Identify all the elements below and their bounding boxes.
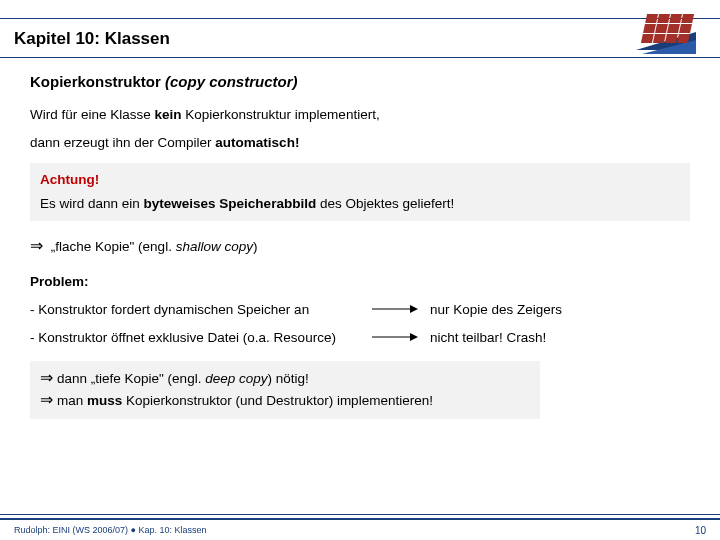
slide-footer: Rudolph: EINI (WS 2006/07) ● Kap. 10: Kl… <box>0 518 720 540</box>
problem-right-1: nicht teilbar! Crash! <box>430 329 690 347</box>
shallow-copy-note: ⇒ „flache Kopie" (engl. shallow copy) <box>30 235 690 257</box>
implies-icon: ⇒ <box>30 237 43 254</box>
implies-icon: ⇒ <box>40 367 53 389</box>
section-title-de: Kopierkonstruktor <box>30 73 161 90</box>
warning-box: Achtung! Es wird dann ein byteweises Spe… <box>30 163 690 221</box>
arrow-icon <box>370 329 430 347</box>
problem-table: - Konstruktor fordert dynamischen Speich… <box>30 301 690 347</box>
problem-right-0: nur Kopie des Zeigers <box>430 301 690 319</box>
svg-marker-3 <box>410 333 418 341</box>
chapter-header: Kapitel 10: Klassen <box>0 18 720 58</box>
warning-text: Es wird dann ein byteweises Speicherabbi… <box>40 195 680 213</box>
problem-left-0: - Konstruktor fordert dynamischen Speich… <box>30 301 370 319</box>
paragraph-2: dann erzeugt ihn der Compiler automatisc… <box>30 134 690 152</box>
svg-marker-1 <box>410 305 418 313</box>
warning-label: Achtung! <box>40 171 680 189</box>
problem-left-1: - Konstruktor öffnet exklusive Datei (o.… <box>30 329 370 347</box>
footer-text: Rudolph: EINI (WS 2006/07) ● Kap. 10: Kl… <box>14 525 207 535</box>
arrow-icon <box>370 301 430 319</box>
section-title: Kopierkonstruktor (copy constructor) <box>30 72 690 92</box>
slide-body: Kopierkonstruktor (copy constructor) Wir… <box>0 58 720 419</box>
paragraph-1: Wird für eine Klasse kein Kopierkonstruk… <box>30 106 690 124</box>
university-logo <box>644 14 706 52</box>
chapter-title: Kapitel 10: Klassen <box>14 19 720 59</box>
page-number: 10 <box>695 525 706 536</box>
section-title-en: (copy constructor) <box>165 73 298 90</box>
implies-icon: ⇒ <box>40 389 53 411</box>
conclusion-box: ⇒ dann „tiefe Kopie" (engl. deep copy) n… <box>30 361 540 418</box>
problem-label: Problem: <box>30 273 690 291</box>
